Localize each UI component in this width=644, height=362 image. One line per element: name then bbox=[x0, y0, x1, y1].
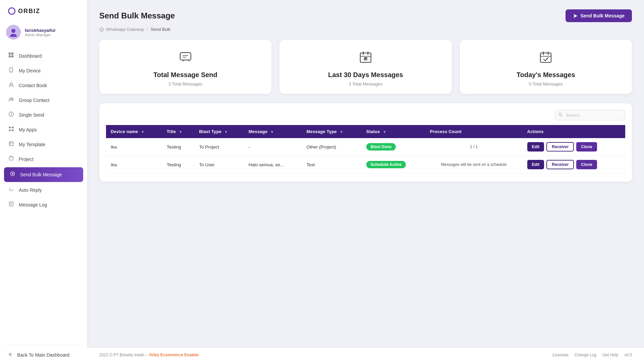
cell-device-name: Ika bbox=[106, 138, 162, 156]
receiver-button-row1[interactable]: Receiver bbox=[546, 160, 574, 169]
footer-link-licenses[interactable]: Licenses bbox=[552, 353, 568, 357]
cell-device-name: Ika bbox=[106, 156, 162, 174]
stat-sub-today: 0 Total Messages bbox=[529, 81, 563, 86]
status-badge: Blast Done bbox=[366, 143, 396, 150]
sidebar-divider bbox=[6, 345, 81, 345]
sidebar-item-contact-book[interactable]: Contact Book bbox=[0, 78, 87, 93]
cell-message: Halo semua, se... bbox=[244, 156, 302, 174]
footer-right: Licenses Change Log Get Help v0.5 bbox=[552, 353, 632, 357]
sidebar-label-message-log: Message Log bbox=[19, 202, 47, 207]
sidebar-item-my-template[interactable]: My Template bbox=[0, 137, 87, 152]
stat-card-total-message: Total Message Send 3 Total Messages bbox=[99, 40, 271, 94]
footer-link-get-help[interactable]: Get Help bbox=[602, 353, 618, 357]
svg-point-28 bbox=[100, 27, 103, 31]
footer-brand-link[interactable]: Orbiz Ecommerce Enabler bbox=[149, 353, 199, 357]
svg-point-10 bbox=[11, 98, 13, 100]
logo-text: ORBIZ bbox=[18, 8, 40, 15]
page-title: Send Bulk Message bbox=[99, 11, 175, 20]
filter-icon-message[interactable]: ▼ bbox=[270, 130, 274, 134]
cell-process-count: Messages will be sent on a schedule bbox=[425, 156, 523, 174]
filter-icon-device[interactable]: ▼ bbox=[141, 130, 145, 134]
sidebar-item-my-apps[interactable]: My Apps bbox=[0, 122, 87, 137]
search-wrapper bbox=[555, 110, 625, 120]
svg-rect-13 bbox=[12, 127, 13, 128]
table-section: Device name ▼ Title ▼ Blast Type ▼ bbox=[99, 103, 632, 182]
filter-icon-status[interactable]: ▼ bbox=[383, 130, 386, 134]
edit-button-row1[interactable]: Edit bbox=[527, 160, 544, 169]
svg-marker-21 bbox=[12, 173, 14, 175]
bulk-message-table: Device name ▼ Title ▼ Blast Type ▼ bbox=[106, 125, 625, 174]
col-message: Message ▼ bbox=[244, 125, 302, 138]
clone-button-row0[interactable]: Clone bbox=[576, 142, 597, 152]
svg-rect-38 bbox=[540, 53, 551, 62]
col-process-count: Process Count bbox=[425, 125, 523, 138]
breadcrumb-separator: > bbox=[146, 27, 149, 32]
action-btns: Edit Receiver Clone bbox=[527, 142, 621, 152]
search-input[interactable] bbox=[555, 110, 625, 120]
sidebar-item-dashboard[interactable]: Dashboard bbox=[0, 48, 87, 63]
sidebar: ORBIZ fariskhasyaiful Admin Manager Dash… bbox=[0, 0, 87, 362]
clone-button-row1[interactable]: Clone bbox=[576, 160, 597, 169]
sidebar-label-dashboard: Dashboard bbox=[19, 53, 42, 59]
sidebar-label-group-contact: Group Contact bbox=[19, 98, 49, 103]
svg-point-9 bbox=[9, 98, 11, 100]
sidebar-item-send-bulk-message[interactable]: Send Bulk Message bbox=[4, 167, 83, 182]
footer-link-changelog[interactable]: Change Log bbox=[575, 353, 596, 357]
send-bulk-icon bbox=[9, 171, 16, 178]
breadcrumb: Whatsapp Gateway > Send Bulk bbox=[99, 27, 632, 32]
sidebar-item-message-log[interactable]: Message Log bbox=[0, 197, 87, 212]
svg-rect-3 bbox=[11, 53, 13, 55]
filter-icon-title[interactable]: ▼ bbox=[179, 130, 182, 134]
sidebar-label-contact-book: Contact Book bbox=[19, 83, 47, 88]
stat-card-last-30: 19 Last 30 Days Messages 3 Total Message… bbox=[279, 40, 451, 94]
send-bulk-button[interactable]: Send Bulk Message bbox=[566, 9, 632, 22]
table-header-row: Device name ▼ Title ▼ Blast Type ▼ bbox=[106, 125, 625, 138]
logo: ORBIZ bbox=[0, 0, 87, 21]
footer-left: 2022 © PT Borwita Indah – Orbiz Ecommerc… bbox=[99, 353, 199, 357]
footer: 2022 © PT Borwita Indah – Orbiz Ecommerc… bbox=[87, 348, 644, 362]
col-title: Title ▼ bbox=[162, 125, 195, 138]
last-30-icon: 19 bbox=[359, 50, 373, 67]
table-row: Ika Testing To User Halo semua, se... Te… bbox=[106, 156, 625, 174]
whatsapp-icon bbox=[99, 27, 104, 32]
my-device-icon bbox=[7, 67, 15, 74]
sidebar-label-my-apps: My Apps bbox=[19, 127, 37, 132]
svg-rect-15 bbox=[12, 129, 13, 131]
footer-copyright: 2022 © PT Borwita Indah – bbox=[99, 353, 148, 357]
sidebar-item-my-device[interactable]: My Device bbox=[0, 63, 87, 78]
user-role: Admin Manager bbox=[25, 33, 55, 37]
footer-version: v0.5 bbox=[624, 353, 632, 357]
filter-icon-message-type[interactable]: ▼ bbox=[340, 130, 343, 134]
svg-marker-27 bbox=[573, 14, 577, 18]
sidebar-item-auto-reply[interactable]: Auto Reply bbox=[0, 183, 87, 197]
cell-actions: Edit Receiver Clone bbox=[523, 138, 625, 156]
breadcrumb-parent: Whatsapp Gateway bbox=[106, 27, 144, 32]
receiver-button-row0[interactable]: Receiver bbox=[546, 142, 574, 152]
sidebar-label-send-bulk-message: Send Bulk Message bbox=[20, 172, 62, 177]
today-icon bbox=[539, 50, 553, 67]
sidebar-item-group-contact[interactable]: Group Contact bbox=[0, 93, 87, 108]
sidebar-item-single-send[interactable]: Single Send bbox=[0, 108, 87, 122]
avatar bbox=[6, 25, 21, 40]
filter-icon-blast-type[interactable]: ▼ bbox=[224, 130, 228, 134]
cell-title: Testing bbox=[162, 138, 195, 156]
stat-title-today: Today's Messages bbox=[517, 71, 575, 79]
col-status: Status ▼ bbox=[362, 125, 425, 138]
sidebar-label-single-send: Single Send bbox=[19, 112, 44, 118]
cell-blast-type: To User bbox=[195, 156, 244, 174]
sidebar-item-project[interactable]: Project bbox=[0, 152, 87, 167]
group-contact-icon bbox=[7, 97, 15, 104]
edit-button-row0[interactable]: Edit bbox=[527, 142, 544, 152]
back-to-main[interactable]: Back To Main Dashboard bbox=[0, 348, 87, 362]
action-btns: Edit Receiver Clone bbox=[527, 160, 621, 169]
svg-text:19: 19 bbox=[364, 58, 367, 61]
svg-point-42 bbox=[559, 113, 561, 116]
single-send-icon bbox=[7, 111, 15, 119]
nav-menu: Dashboard My Device Contact Book Group C… bbox=[0, 46, 87, 342]
svg-rect-12 bbox=[9, 127, 10, 128]
my-apps-icon bbox=[7, 126, 15, 133]
table-row: Ika Testing To Project - Other (Project)… bbox=[106, 138, 625, 156]
svg-rect-4 bbox=[9, 55, 11, 57]
col-device-name: Device name ▼ bbox=[106, 125, 162, 138]
col-message-type: Message Type ▼ bbox=[302, 125, 362, 138]
